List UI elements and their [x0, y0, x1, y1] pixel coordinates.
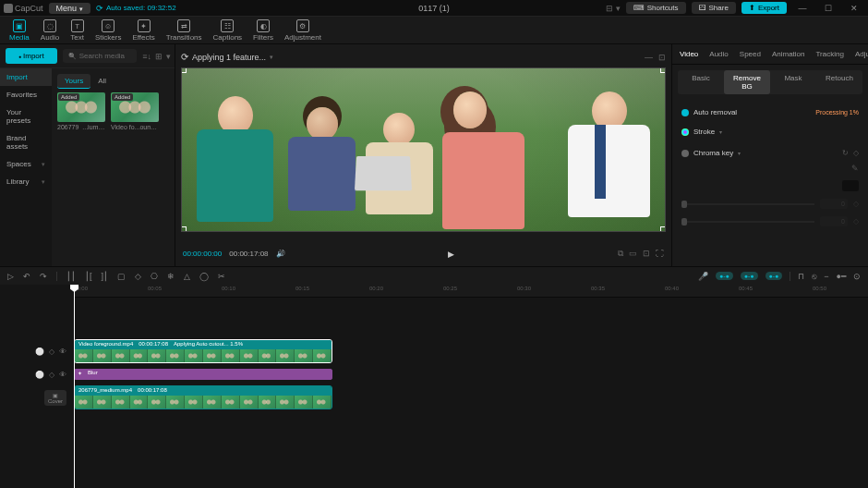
- playhead[interactable]: [74, 285, 75, 488]
- preview-layout-icon[interactable]: ⊡: [658, 53, 666, 62]
- hide-icon[interactable]: 👁: [59, 348, 66, 356]
- grid-view-icon[interactable]: ⊞: [155, 52, 163, 61]
- search-input[interactable]: Search media: [63, 49, 138, 63]
- timeline-clip[interactable]: Video foreground.mp400:00:17:08Applying …: [74, 339, 332, 363]
- split-tool[interactable]: ⎮⎮: [66, 272, 76, 281]
- crop2-tool[interactable]: ✂: [218, 272, 225, 281]
- resize-handle[interactable]: [660, 67, 666, 73]
- link-icon[interactable]: ⎋: [812, 272, 816, 281]
- resize-handle[interactable]: [181, 226, 187, 232]
- undo-button[interactable]: ↶: [23, 272, 30, 281]
- chevron-down-icon[interactable]: ▾: [738, 150, 741, 156]
- shadow-slider[interactable]: [681, 221, 814, 223]
- rotate-tool[interactable]: ◯: [199, 272, 209, 281]
- lock-icon[interactable]: ⚪: [35, 371, 44, 379]
- tab-adjustment[interactable]: ⚙Adjustment: [279, 18, 327, 43]
- play-button[interactable]: ▶: [448, 250, 454, 259]
- trim-right-tool[interactable]: ]⎮: [102, 272, 109, 281]
- tab-captions[interactable]: ☷Captions: [208, 18, 248, 43]
- zoom-out-icon[interactable]: −: [824, 272, 828, 281]
- prop-tab-adjustment[interactable]: Adjustment: [853, 48, 868, 60]
- hide-icon[interactable]: 👁: [59, 371, 66, 379]
- tab-filters[interactable]: ◐Filters: [247, 18, 279, 43]
- prop-tab-speed[interactable]: Speed: [738, 48, 763, 60]
- keyframe-icon[interactable]: ◇: [853, 149, 859, 157]
- crop-tool[interactable]: ◇: [135, 272, 141, 281]
- record-pill3[interactable]: ●-●: [766, 272, 783, 280]
- mic-icon[interactable]: 🎤: [698, 272, 708, 281]
- eyedropper-icon[interactable]: ✎: [851, 164, 859, 173]
- keyframe-icon[interactable]: ◇: [853, 200, 859, 208]
- import-button[interactable]: Import: [6, 48, 57, 64]
- media-tab-all[interactable]: All: [90, 74, 114, 89]
- preview-settings-icon[interactable]: —: [645, 53, 653, 62]
- shortcuts-button[interactable]: ⌨ Shortcuts: [626, 2, 686, 14]
- menu-button[interactable]: Menu: [49, 3, 91, 14]
- subtab-basic[interactable]: Basic: [678, 70, 724, 94]
- media-tab-yours[interactable]: Yours: [57, 74, 90, 89]
- subtab-mask[interactable]: Mask: [770, 70, 816, 94]
- zoom-fit-icon[interactable]: ⊙: [853, 272, 861, 281]
- video-preview[interactable]: ⊘: [181, 67, 666, 232]
- lock-icon[interactable]: ⚪: [35, 348, 44, 356]
- subtab-removebg[interactable]: Remove BG: [724, 70, 770, 94]
- chevron-down-icon[interactable]: ▾: [719, 128, 722, 135]
- timeline-ruler[interactable]: 00:00 00:05 00:10 00:15 00:20 00:25 00:3…: [74, 285, 868, 298]
- color-swatch[interactable]: [842, 180, 859, 191]
- zoom-slider[interactable]: ●━: [837, 272, 846, 281]
- filter-icon[interactable]: ▾: [166, 52, 171, 61]
- slider-value[interactable]: 0: [820, 216, 848, 226]
- reverse-tool[interactable]: ⎔: [151, 272, 158, 281]
- chevron-down-icon[interactable]: ▾: [270, 54, 273, 61]
- tab-text[interactable]: TText: [65, 18, 90, 43]
- tab-stickers[interactable]: ☺Stickers: [90, 18, 127, 43]
- sidebar-item-import[interactable]: Import: [0, 68, 52, 86]
- slider-value[interactable]: 0: [820, 199, 848, 209]
- tab-transitions[interactable]: ⇄Transitions: [161, 18, 208, 43]
- keyframe-icon[interactable]: ◇: [853, 217, 859, 226]
- pointer-tool[interactable]: ▷: [7, 272, 14, 281]
- timeline-clip[interactable]: 206779_medium.mp400:00:17:08: [74, 385, 332, 409]
- sidebar-item-spaces[interactable]: Spaces▾: [0, 155, 52, 173]
- maximize-button[interactable]: ☐: [818, 2, 838, 15]
- subtab-retouch[interactable]: Retouch: [816, 70, 862, 94]
- record-pill[interactable]: ●-●: [716, 272, 733, 280]
- prop-tab-video[interactable]: Video: [678, 48, 700, 60]
- effect-clip[interactable]: ✦ Blur: [74, 369, 332, 380]
- mirror-tool[interactable]: △: [184, 272, 190, 281]
- sidebar-item-brand[interactable]: Brand assets: [0, 129, 52, 155]
- sort-icon[interactable]: ≡↓: [142, 52, 151, 61]
- media-thumb[interactable]: Added 206779_...ium.mp4: [57, 92, 105, 130]
- resize-handle[interactable]: [660, 226, 666, 232]
- redo-button[interactable]: ↷: [40, 272, 47, 281]
- volume-icon[interactable]: 🔊: [276, 250, 285, 258]
- prop-tab-audio[interactable]: Audio: [707, 48, 729, 60]
- mute-icon[interactable]: ◇: [49, 348, 54, 356]
- record-pill2[interactable]: ●-●: [741, 272, 758, 280]
- compare-icon[interactable]: ⧉: [618, 249, 623, 259]
- tab-audio[interactable]: ◌Audio: [35, 18, 65, 43]
- resize-handle[interactable]: [181, 67, 187, 73]
- prop-tab-animation[interactable]: Animation: [770, 48, 807, 60]
- media-thumb[interactable]: Added Video fo...ound.mp4: [111, 92, 159, 130]
- ratio-icon[interactable]: ▭: [629, 249, 637, 259]
- prop-tab-tracking[interactable]: Tracking: [814, 48, 846, 60]
- intensity-slider[interactable]: [681, 203, 814, 205]
- share-button[interactable]: ⮹ Share: [692, 2, 736, 14]
- mute-icon[interactable]: ◇: [49, 371, 54, 379]
- stroke-toggle[interactable]: [681, 128, 689, 136]
- tab-effects[interactable]: ✦Effects: [127, 18, 160, 43]
- reset-icon[interactable]: ↻: [842, 149, 849, 157]
- freeze-tool[interactable]: ❄: [167, 272, 175, 281]
- sidebar-item-presets[interactable]: Your presets: [0, 104, 52, 129]
- export-button[interactable]: ⬆ Export: [741, 2, 787, 14]
- chroma-toggle[interactable]: [681, 150, 689, 157]
- tab-media[interactable]: ▣Media: [4, 18, 35, 43]
- sidebar-item-library[interactable]: Library▾: [0, 173, 52, 190]
- quality-icon[interactable]: ⊡: [643, 249, 650, 259]
- fullscreen-icon[interactable]: ⛶: [656, 249, 664, 259]
- magnet-icon[interactable]: ⊓: [798, 272, 804, 281]
- auto-removal-toggle[interactable]: [681, 109, 689, 116]
- minimize-button[interactable]: —: [792, 2, 813, 15]
- feedback-icon[interactable]: ⊟ ▾: [606, 4, 621, 13]
